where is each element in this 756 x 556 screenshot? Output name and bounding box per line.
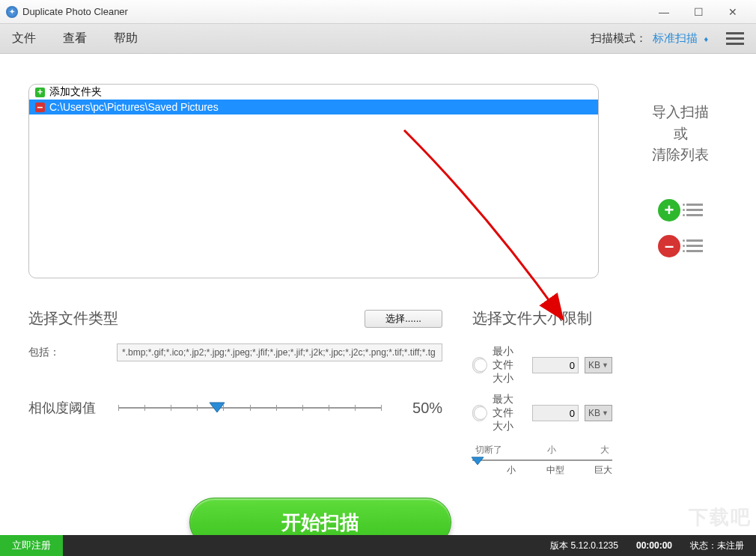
menu-file[interactable]: 文件: [12, 31, 36, 46]
size-mid-bot-label: 中型: [546, 464, 564, 477]
register-now-button[interactable]: 立即注册: [0, 535, 63, 556]
add-folder-label: 添加文件夹: [49, 85, 102, 99]
similarity-threshold-label: 相似度阈值: [28, 399, 96, 417]
plus-icon: +: [35, 88, 45, 97]
minus-icon: –: [35, 103, 45, 112]
elapsed-time: 00:00:00: [636, 540, 672, 551]
minus-circle-icon: –: [658, 235, 680, 257]
import-scan-button[interactable]: +: [658, 199, 703, 222]
scan-mode-value: 标准扫描: [653, 31, 698, 44]
right-panel-hint: 导入扫描 或 清除列表: [624, 102, 737, 166]
size-range-slider[interactable]: 切断了 小 大 小 中型 巨大: [472, 444, 612, 477]
min-size-input[interactable]: [532, 357, 579, 373]
min-size-label: 最小文件大小: [493, 345, 520, 385]
scan-mode-label: 扫描模式：: [591, 31, 647, 46]
menu-bar: 文件 查看 帮助 扫描模式： 标准扫描 ♦: [0, 24, 756, 54]
size-small-top-label: 小: [547, 444, 556, 456]
size-slider-thumb-icon[interactable]: [471, 455, 484, 468]
include-label: 包括：: [28, 346, 60, 359]
min-size-unit-dropdown[interactable]: KB▼: [585, 357, 612, 373]
window-title: Duplicate Photo Cleaner: [22, 6, 128, 17]
watermark: 下载吧: [689, 504, 752, 531]
similarity-slider[interactable]: [118, 407, 381, 409]
scan-mode-dropdown[interactable]: 标准扫描 ♦: [653, 31, 708, 46]
plus-circle-icon: +: [658, 199, 680, 222]
chevron-down-icon: ▼: [602, 409, 609, 417]
minimize-button[interactable]: —: [647, 0, 681, 24]
slider-thumb-icon[interactable]: [208, 401, 226, 413]
list-icon: [686, 204, 703, 216]
status-bar: 立即注册 版本 5.12.0.1235 00:00:00 状态：未注册: [0, 535, 756, 556]
similarity-value: 50%: [412, 400, 442, 417]
filetype-title: 选择文件类型: [28, 308, 118, 329]
app-icon: ✦: [6, 6, 18, 18]
svg-marker-0: [210, 403, 225, 412]
close-button[interactable]: ✕: [716, 0, 750, 24]
list-icon: [686, 239, 703, 252]
title-bar: ✦ Duplicate Photo Cleaner — ☐ ✕: [0, 0, 756, 24]
maximize-button[interactable]: ☐: [681, 0, 716, 24]
clear-list-button[interactable]: –: [658, 235, 703, 257]
size-small-bot-label: 小: [507, 464, 516, 477]
max-size-toggle[interactable]: [472, 405, 487, 421]
menu-view[interactable]: 查看: [63, 31, 87, 46]
max-size-input[interactable]: [532, 405, 579, 421]
status-state: 状态：未注册: [690, 540, 744, 552]
min-size-toggle[interactable]: [472, 357, 487, 373]
include-field[interactable]: [117, 343, 442, 361]
folder-list[interactable]: + 添加文件夹 – C:\Users\pc\Pictures\Saved Pic…: [28, 84, 599, 278]
max-size-unit-dropdown[interactable]: KB▼: [585, 405, 612, 421]
chevron-down-icon: ▼: [602, 361, 609, 369]
version-label: 版本 5.12.0.1235: [550, 540, 618, 552]
hamburger-menu-button[interactable]: [726, 32, 744, 45]
folder-item[interactable]: – C:\Users\pc\Pictures\Saved Pictures: [29, 100, 598, 114]
filesize-title: 选择文件大小限制: [472, 308, 612, 329]
size-huge-bot-label: 巨大: [594, 464, 612, 477]
main-content: + 添加文件夹 – C:\Users\pc\Pictures\Saved Pic…: [0, 54, 756, 547]
max-size-label: 最大文件大小: [493, 393, 520, 433]
select-filetype-button[interactable]: 选择......: [365, 310, 442, 328]
window-controls: — ☐ ✕: [647, 0, 750, 24]
folder-path: C:\Users\pc\Pictures\Saved Pictures: [49, 101, 219, 113]
add-folder-row[interactable]: + 添加文件夹: [29, 85, 598, 100]
svg-marker-1: [472, 457, 484, 465]
menu-help[interactable]: 帮助: [114, 31, 138, 46]
chevron-updown-icon: ♦: [704, 34, 708, 43]
size-big-top-label: 大: [600, 444, 609, 456]
